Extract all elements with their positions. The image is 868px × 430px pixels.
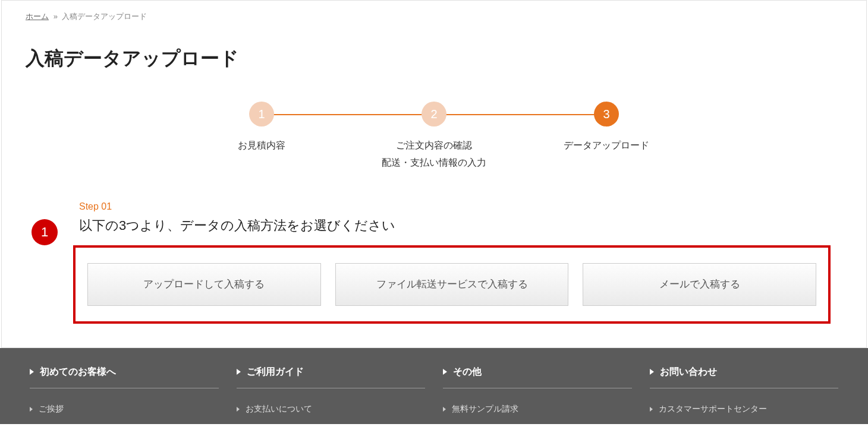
progress-line xyxy=(434,114,606,115)
footer-head[interactable]: お問い合わせ xyxy=(650,366,839,388)
triangle-icon xyxy=(443,369,447,375)
footer-col-4: お問い合わせカスタマーサポートセンター xyxy=(650,366,839,418)
progress-indicator: 1お見積内容2ご注文内容の確認配送・支払い情報の入力3データアップロード xyxy=(2,96,866,201)
footer-item-label: カスタマーサポートセンター xyxy=(659,404,767,415)
upload-option-box: アップロードして入稿するファイル転送サービスで入稿するメールで入稿する xyxy=(73,245,831,324)
footer-col-3: その他無料サンプル請求 xyxy=(443,366,632,418)
step-mini-label: Step 01 xyxy=(79,201,842,212)
footer-item-label: ご挨拶 xyxy=(39,404,64,415)
triangle-icon xyxy=(650,369,654,375)
footer-col-1: 初めてのお客様へご挨拶 xyxy=(30,366,219,418)
progress-line xyxy=(262,114,434,115)
footer: 初めてのお客様へご挨拶ご利用ガイドお支払いについてその他無料サンプル請求お問い合… xyxy=(0,348,868,424)
footer-col-2: ご利用ガイドお支払いについて xyxy=(237,366,426,418)
footer-item[interactable]: お支払いについて xyxy=(237,400,426,418)
footer-head[interactable]: ご利用ガイド xyxy=(237,366,426,388)
upload-option-button-2[interactable]: ファイル転送サービスで入稿する xyxy=(335,263,569,306)
footer-head-label: お問い合わせ xyxy=(660,366,717,378)
footer-item[interactable]: カスタマーサポートセンター xyxy=(650,400,839,418)
progress-label: ご注文内容の確認配送・支払い情報の入力 xyxy=(382,137,486,172)
upload-option-button-1[interactable]: アップロードして入稿する xyxy=(87,263,321,306)
progress-label: データアップロード xyxy=(564,137,649,154)
progress-circle: 3 xyxy=(594,102,619,127)
progress-circle: 1 xyxy=(249,102,274,127)
footer-head[interactable]: その他 xyxy=(443,366,632,388)
progress-step-1: 1お見積内容 xyxy=(175,102,348,154)
annotation-badge: 1 xyxy=(32,219,58,245)
progress-circle: 2 xyxy=(422,102,446,127)
footer-head-label: その他 xyxy=(453,366,482,378)
breadcrumb-home-link[interactable]: ホーム xyxy=(26,12,49,21)
footer-head-label: 初めてのお客様へ xyxy=(40,366,116,378)
triangle-icon xyxy=(30,407,33,412)
step-heading: 以下の3つより、データの入稿方法をお選びください xyxy=(79,217,842,235)
footer-item[interactable]: ご挨拶 xyxy=(30,400,219,418)
footer-item[interactable]: 無料サンプル請求 xyxy=(443,400,632,418)
progress-label: お見積内容 xyxy=(238,137,285,154)
progress-step-2: 2ご注文内容の確認配送・支払い情報の入力 xyxy=(348,102,520,172)
footer-item-label: 無料サンプル請求 xyxy=(452,404,518,415)
footer-head-label: ご利用ガイド xyxy=(247,366,304,378)
footer-head[interactable]: 初めてのお客様へ xyxy=(30,366,219,388)
triangle-icon xyxy=(237,369,241,375)
triangle-icon xyxy=(30,369,34,375)
breadcrumb-current: 入稿データアップロード xyxy=(62,12,147,21)
breadcrumb-sep: » xyxy=(54,12,58,21)
progress-step-3: 3データアップロード xyxy=(520,102,693,154)
footer-item-label: お支払いについて xyxy=(246,404,312,415)
triangle-icon xyxy=(443,407,446,412)
page-title: 入稿データアップロード xyxy=(2,28,866,96)
triangle-icon xyxy=(237,407,240,412)
breadcrumb: ホーム » 入稿データアップロード xyxy=(2,1,866,28)
triangle-icon xyxy=(650,407,653,412)
upload-option-button-3[interactable]: メールで入稿する xyxy=(583,263,816,306)
step-section: 1 Step 01 以下の3つより、データの入稿方法をお選びください アップロー… xyxy=(2,201,866,347)
